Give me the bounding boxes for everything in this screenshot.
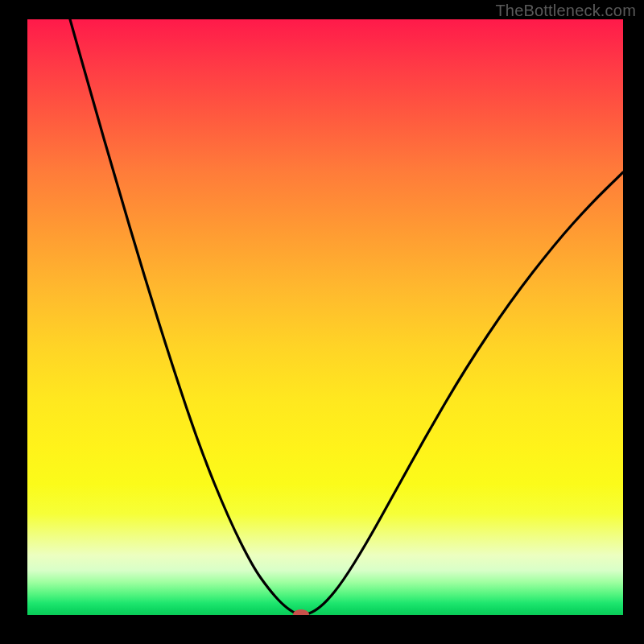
optimal-point-marker	[293, 609, 309, 615]
chart-plot-area	[27, 19, 623, 615]
bottleneck-curve	[70, 19, 623, 614]
chart-svg	[27, 19, 623, 615]
watermark-text: TheBottleneck.com	[495, 2, 636, 20]
